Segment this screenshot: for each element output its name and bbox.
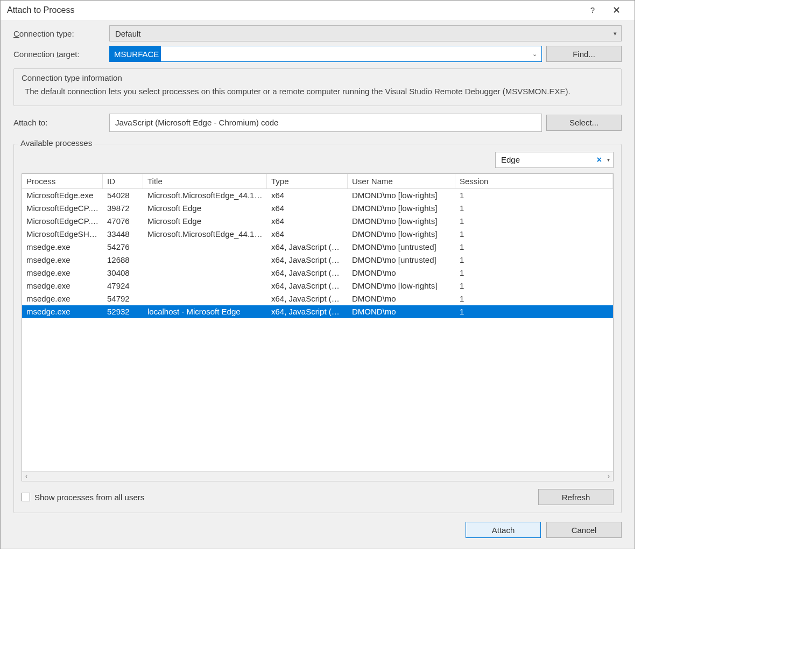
help-icon[interactable]: ? [581,2,604,19]
horizontal-scrollbar[interactable]: ‹ › [22,471,613,481]
cell: x64 [267,229,348,239]
cell: x64, JavaScript (Micr... [267,255,348,264]
cell: 52932 [103,307,143,316]
scroll-left-icon[interactable]: ‹ [25,473,27,480]
connection-info-group: Connection type information The default … [13,68,622,106]
table-row[interactable]: msedge.exe30408x64, JavaScript (Micr...D… [22,267,613,279]
cell: 54028 [103,191,143,200]
cell: 1 [455,268,613,277]
chevron-down-icon: ▾ [614,30,617,37]
cell: DMOND\mo [348,294,455,303]
table-row[interactable]: MicrosoftEdgeSH.exe33448Microsoft.Micros… [22,228,613,241]
cell: 1 [455,204,613,213]
cell: MicrosoftEdge.exe [22,191,103,200]
show-all-users-checkbox[interactable]: Show processes from all users [22,493,144,502]
cell: 1 [455,307,613,316]
cell: DMOND\mo [untrusted] [348,255,455,264]
connection-type-combo[interactable]: Default ▾ [109,25,622,41]
connection-type-value: Default [115,29,141,38]
connection-target-label: Connection target: [13,50,105,59]
process-grid[interactable]: Process ID Title Type User Name Session … [22,173,614,482]
connection-info-title: Connection type information [22,73,614,82]
available-processes-label: Available processes [20,138,92,148]
cell: 1 [455,294,613,303]
cell: 54276 [103,242,143,251]
cell: x64 [267,216,348,226]
select-button[interactable]: Select... [546,115,622,131]
cell: 1 [455,255,613,264]
table-row[interactable]: msedge.exe52932localhost - Microsoft Edg… [22,305,613,318]
cell: DMOND\mo [low-rights] [348,191,455,200]
cell: msedge.exe [22,307,103,316]
cell: 54792 [103,294,143,303]
filter-input[interactable]: Edge × ▾ [495,152,614,168]
connection-info-text: The default connection lets you select p… [22,86,614,98]
cell: msedge.exe [22,268,103,277]
cell: msedge.exe [22,242,103,251]
clear-filter-icon[interactable]: × [594,155,605,165]
cell: Microsoft.MicrosoftEdge_44.1836... [143,191,267,200]
refresh-button[interactable]: Refresh [538,489,614,505]
cell: Microsoft Edge [143,216,267,226]
cell: 12688 [103,255,143,264]
table-row[interactable]: MicrosoftEdgeCP.exe47076Microsoft Edgex6… [22,215,613,228]
cell: 1 [455,229,613,239]
col-session[interactable]: Session [455,174,613,188]
table-row[interactable]: msedge.exe12688x64, JavaScript (Micr...D… [22,254,613,267]
checkbox-icon [22,493,30,501]
cell: 1 [455,216,613,226]
chevron-down-icon: ⌄ [532,51,537,58]
attach-button[interactable]: Attach [466,522,541,538]
cell: DMOND\mo [348,307,455,316]
cell: x64, JavaScript (Micr... [267,281,348,290]
titlebar: Attach to Process ? ✕ [1,1,635,20]
find-button[interactable]: Find... [546,46,622,62]
cell: Microsoft.MicrosoftEdge_44.1836... [143,229,267,239]
cell: 33448 [103,229,143,239]
cell: 30408 [103,268,143,277]
cell: msedge.exe [22,281,103,290]
connection-type-label: Connection type: [13,29,105,38]
cell: 1 [455,242,613,251]
col-process[interactable]: Process [22,174,103,188]
show-all-users-label: Show processes from all users [34,493,144,502]
cell: DMOND\mo [untrusted] [348,242,455,251]
col-id[interactable]: ID [103,174,143,188]
scroll-right-icon[interactable]: › [608,473,610,480]
cell: x64, JavaScript (Micr... [267,268,348,277]
dialog-body: Connection type: Default ▾ Connection ta… [1,20,635,513]
cell: x64, JavaScript (Micr... [267,242,348,251]
filter-value: Edge [501,155,594,164]
attach-to-label: Attach to: [13,118,105,127]
attach-to-process-dialog: Attach to Process ? ✕ Connection type: D… [0,0,635,549]
table-row[interactable]: MicrosoftEdge.exe54028Microsoft.Microsof… [22,189,613,202]
cell: x64 [267,204,348,213]
cell: DMOND\mo [low-rights] [348,216,455,226]
col-title[interactable]: Title [143,174,267,188]
cell: msedge.exe [22,255,103,264]
cell: x64, JavaScript (Micr... [267,307,348,316]
cell: MicrosoftEdgeSH.exe [22,229,103,239]
cell: DMOND\mo [low-rights] [348,281,455,290]
table-row[interactable]: msedge.exe47924x64, JavaScript (Micr...D… [22,279,613,292]
cancel-button[interactable]: Cancel [546,522,622,538]
connection-target-value: MSURFACE [110,46,161,61]
cell: x64 [267,191,348,200]
table-row[interactable]: msedge.exe54276x64, JavaScript (Micr...D… [22,241,613,254]
chevron-down-icon[interactable]: ▾ [605,157,610,163]
cell: 47076 [103,216,143,226]
grid-header: Process ID Title Type User Name Session [22,174,613,189]
available-processes-group: Available processes Edge × ▾ Process ID … [13,144,622,514]
connection-target-input[interactable]: MSURFACE ⌄ [109,46,542,62]
dialog-title: Attach to Process [7,5,581,15]
cell: MicrosoftEdgeCP.exe [22,204,103,213]
cell: 47924 [103,281,143,290]
col-type[interactable]: Type [267,174,348,188]
col-user[interactable]: User Name [348,174,455,188]
cell: DMOND\mo [348,268,455,277]
table-row[interactable]: msedge.exe54792x64, JavaScript (Micr...D… [22,292,613,305]
cell: 1 [455,191,613,200]
cell: 39872 [103,204,143,213]
table-row[interactable]: MicrosoftEdgeCP.exe39872Microsoft Edgex6… [22,202,613,215]
close-icon[interactable]: ✕ [604,2,628,19]
